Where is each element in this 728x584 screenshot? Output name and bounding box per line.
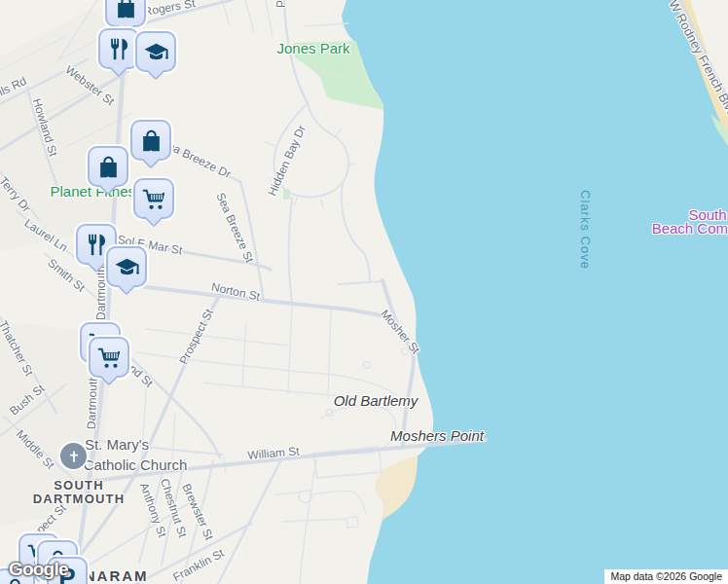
shopping-bag-marker[interactable]	[88, 146, 128, 187]
place-label-st-mary-s: St. Mary's	[85, 437, 149, 453]
shopping-bag-icon	[113, 0, 139, 20]
shopping-cart-icon	[96, 345, 123, 371]
place-label-clarks-cove: Clarks Cove	[578, 190, 592, 270]
restaurant-marker[interactable]	[98, 28, 139, 69]
google-logo[interactable]: Google	[9, 559, 68, 580]
shopping-bag-icon	[95, 154, 122, 180]
graduation-cap-icon	[143, 39, 169, 65]
shopping-bag-icon	[138, 128, 164, 154]
graduation-cap-icon	[114, 254, 140, 280]
restaurant-icon	[106, 36, 132, 62]
street-label-dartmouth: Dartmouth	[86, 375, 100, 429]
cross-icon	[65, 448, 83, 465]
graduation-cap-marker[interactable]	[135, 31, 176, 72]
place-label-catholic-church: Catholic Church	[84, 457, 188, 473]
place-label-jones-park: Jones Park	[276, 41, 349, 56]
map-canvas[interactable]: Rogers StWebster Stlls RdHowland StTerry…	[0, 0, 728, 584]
place-label-old-bartlemy: Old Bartlemy	[334, 393, 419, 409]
shopping-cart-marker[interactable]	[89, 337, 129, 378]
place-label-dartmouth: DARTMOUTH	[33, 493, 126, 506]
map-attribution: Map data ©2026 Google	[604, 569, 728, 584]
shopping-bag-marker[interactable]	[130, 120, 171, 161]
street-label-p: P	[275, 0, 288, 8]
shopping-cart-marker[interactable]	[133, 178, 174, 219]
church-icon[interactable]	[60, 443, 87, 469]
shopping-cart-icon	[141, 186, 167, 212]
graduation-cap-marker[interactable]	[106, 246, 147, 287]
shopping-bag-marker[interactable]	[105, 0, 146, 27]
place-label-south: SOUTH	[54, 479, 104, 493]
place-label-beach-comp: Beach Comp	[652, 221, 728, 237]
place-label-moshers-point: Moshers Point	[390, 428, 484, 444]
